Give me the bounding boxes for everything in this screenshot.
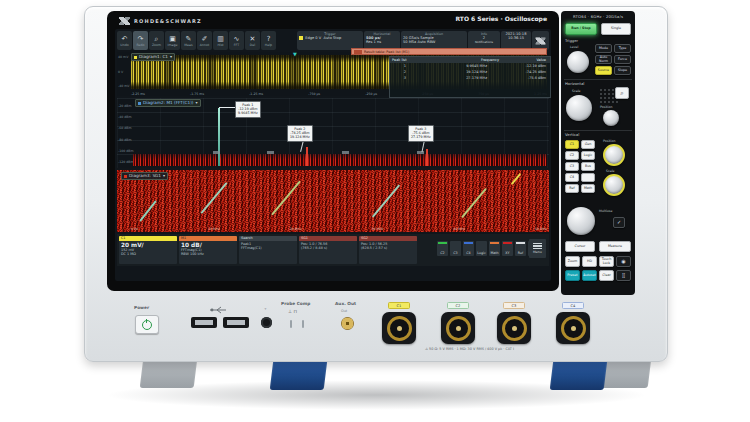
channel2-indicator: C2 bbox=[447, 302, 469, 309]
spare-button[interactable] bbox=[581, 173, 595, 182]
touch-lock-button[interactable]: Touch Lock bbox=[599, 256, 614, 267]
fft-icon[interactable]: ∿FFT bbox=[229, 31, 244, 50]
sweep-streak bbox=[271, 181, 301, 216]
signal-box-search[interactable]: Search Peak1 FFTmag(C1) bbox=[239, 236, 297, 264]
horizontal-section-label: Horizontal bbox=[565, 81, 584, 86]
logic-button[interactable]: Logic bbox=[581, 151, 595, 160]
usb-port-2[interactable] bbox=[223, 317, 249, 328]
trigger-position-icon[interactable]: ▼ bbox=[293, 52, 297, 57]
help-icon[interactable]: ?Help bbox=[261, 31, 276, 50]
trigger-slope-button[interactable]: Slope bbox=[614, 66, 631, 75]
add-logic-button[interactable]: Logic bbox=[476, 241, 487, 256]
sweep-streak bbox=[511, 173, 522, 185]
trigger-mode-button[interactable]: Mode bbox=[595, 44, 612, 53]
redo-icon[interactable]: ↷Redo bbox=[133, 31, 148, 50]
search-button[interactable]: ⌕ bbox=[615, 87, 629, 99]
gate-line bbox=[219, 107, 235, 108]
channel4-bnc-input bbox=[556, 312, 590, 344]
ref-button[interactable]: Ref bbox=[565, 184, 579, 193]
undo-icon[interactable]: ↶Undo bbox=[117, 31, 132, 50]
brand-text: ROHDE&SCHWARZ bbox=[134, 18, 202, 24]
preset-button[interactable]: Preset bbox=[565, 270, 580, 281]
clear-button[interactable]: Clear bbox=[599, 270, 614, 281]
power-button[interactable] bbox=[135, 315, 159, 334]
keypad-button[interactable]: ⣿ bbox=[616, 270, 631, 281]
signal-box-c1[interactable]: C1 20 mV/ 152 mV DC 1 MΩ bbox=[119, 236, 177, 264]
level-knob-label: Level bbox=[570, 45, 578, 49]
diagram3-spectrogram[interactable]: Diagram3: SG1▾ 0 Hz10 MHz 20 MHz30 MHz 4… bbox=[117, 170, 549, 232]
v-scale-label: Scale bbox=[606, 169, 615, 173]
hd-button[interactable]: HD bbox=[582, 256, 597, 267]
peak-marker bbox=[213, 151, 220, 154]
screenshot-icon[interactable]: ▣Image bbox=[165, 31, 180, 50]
c1-color-chip bbox=[134, 56, 137, 59]
vertical-scale-knob[interactable] bbox=[603, 174, 625, 196]
zoom-icon[interactable]: ⌕Zoom bbox=[149, 31, 164, 50]
channel4-button[interactable]: C4 bbox=[565, 173, 579, 182]
h-scale-label: Scale bbox=[572, 89, 581, 93]
diagram3-tab[interactable]: Diagram3: SG1▾ bbox=[121, 172, 168, 180]
usb-port-1[interactable] bbox=[191, 317, 217, 328]
channel2-button[interactable]: C2 bbox=[565, 151, 579, 160]
signal-box-sg2[interactable]: SG2 Pos: 1.0 / 56.25 (628.5 / 2.57 s) bbox=[359, 236, 417, 264]
zoom-button[interactable]: Zoom bbox=[565, 256, 580, 267]
add-math-button[interactable]: Math bbox=[489, 241, 500, 256]
v-position-label: Position bbox=[603, 139, 615, 143]
divider bbox=[564, 130, 632, 131]
aux-out-sub: Out bbox=[341, 309, 347, 313]
annotate-icon[interactable]: ✐Annot bbox=[197, 31, 212, 50]
run-stop-button[interactable]: Run / Stop bbox=[565, 23, 597, 35]
add-c2-button[interactable]: C2 bbox=[437, 241, 448, 256]
channel3-button[interactable]: C3 bbox=[565, 162, 579, 171]
peak-row[interactable]: 327.179 MHz-75.6 dBm bbox=[390, 75, 550, 81]
cursor-button[interactable]: Cursor bbox=[565, 241, 595, 252]
add-c3-button[interactable]: C3 bbox=[450, 241, 461, 256]
vertical-position-knob[interactable] bbox=[603, 144, 625, 166]
toolbar: ↶Undo ↷Redo ⌕Zoom ▣Image ✎Meas ✐Annot ▥H… bbox=[117, 31, 276, 50]
auto-norm-button[interactable]: Auto Norm bbox=[595, 55, 612, 64]
horizontal-scale-knob[interactable] bbox=[566, 95, 592, 121]
single-button[interactable]: Single bbox=[601, 23, 631, 35]
fft-peak2-spike bbox=[306, 147, 308, 166]
channel3-bnc-input bbox=[497, 312, 531, 344]
camera-button[interactable]: ◉ bbox=[616, 256, 631, 267]
diagram2-fft[interactable]: Diagram2: M1 (FFT(C1))▾ -20 dBm-40 dBm -… bbox=[117, 98, 549, 168]
autoset-button[interactable]: Autoset bbox=[582, 270, 597, 281]
signal-box-sg1[interactable]: SG1 Pos: 1.0 / 76.56 (765.2 / 8.48 s) bbox=[299, 236, 357, 264]
signal-box-m1[interactable]: M1 10 dB/ FFTmag(C1) RBW 100 kHz bbox=[179, 236, 237, 264]
gen-button[interactable]: Gen bbox=[581, 140, 595, 149]
multiuse-knob[interactable] bbox=[567, 207, 595, 235]
measure-icon[interactable]: ✎Meas bbox=[181, 31, 196, 50]
touch-display[interactable]: ↶Undo ↷Redo ⌕Zoom ▣Image ✎Meas ✐Annot ▥H… bbox=[115, 29, 551, 281]
result-banner[interactable]: Result table: Peak list (M1) bbox=[351, 48, 547, 55]
trigger-source-button[interactable]: Source bbox=[595, 66, 612, 75]
force-trigger-button[interactable]: Force bbox=[614, 55, 631, 64]
bus-button[interactable]: Bus bbox=[581, 162, 595, 171]
sg1-color-chip bbox=[124, 175, 127, 178]
h-position-label: Position bbox=[600, 105, 612, 109]
trigger-level-knob[interactable] bbox=[567, 51, 589, 73]
confirm-check-button[interactable]: ✓ bbox=[613, 217, 625, 228]
fft-noise-floor bbox=[133, 154, 547, 166]
diagram2-tab[interactable]: Diagram2: M1 (FFT(C1))▾ bbox=[135, 99, 201, 107]
measure-button[interactable]: Measure bbox=[599, 241, 631, 252]
peak3-flag: Peak 3-75.6 dBm27.179 MHz bbox=[408, 125, 434, 142]
menu-button[interactable]: Menu bbox=[529, 239, 546, 258]
channel1-bnc-input bbox=[382, 312, 416, 344]
histogram-icon[interactable]: ▥Hist bbox=[213, 31, 228, 50]
add-c4-button[interactable]: C4 bbox=[463, 241, 474, 256]
peak-list-table[interactable]: Peak list Frequency Value 19.9645 MHz-12… bbox=[389, 56, 551, 98]
power-label: Power bbox=[134, 305, 149, 310]
aux-out-label: Aux. Out bbox=[335, 301, 356, 306]
add-ref-button[interactable]: Ref bbox=[515, 241, 526, 256]
product-photo-stage: ROHDE&SCHWARZ RTO 6 Series · Oscilloscop… bbox=[0, 0, 750, 422]
add-xy-button[interactable]: XY bbox=[502, 241, 513, 256]
math-button[interactable]: Math bbox=[581, 184, 595, 193]
horizontal-position-knob[interactable] bbox=[603, 110, 619, 126]
usb-icon bbox=[209, 306, 227, 314]
delete-icon[interactable]: ✕Del bbox=[245, 31, 260, 50]
diagram1-tab[interactable]: Diagram1: C1▾ bbox=[131, 53, 175, 61]
channel1-button[interactable]: C1 bbox=[565, 140, 579, 149]
vertical-section-label: Vertical bbox=[565, 132, 579, 137]
trigger-type-button[interactable]: Type bbox=[614, 44, 631, 53]
